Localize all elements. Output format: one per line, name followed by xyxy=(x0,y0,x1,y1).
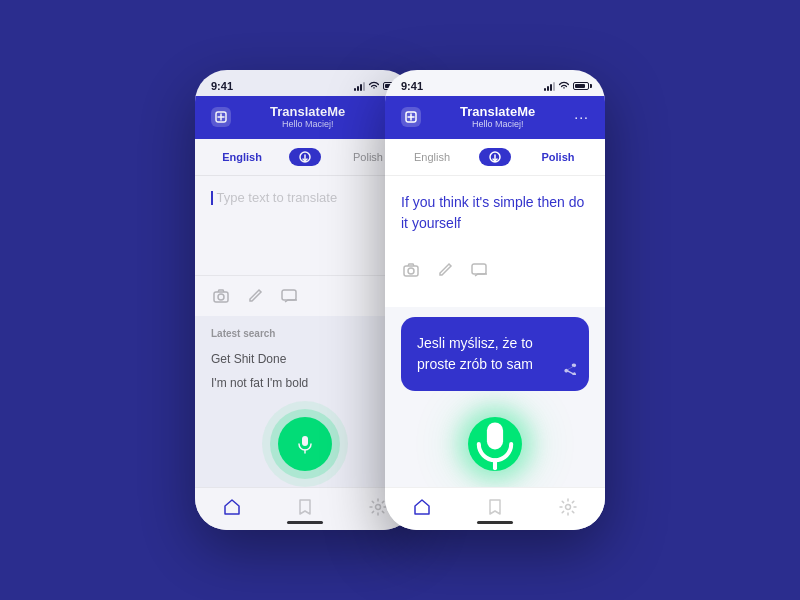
tab-bar-front: English Polish xyxy=(385,139,605,176)
app-header-front: TranslateMe Hello Maciej! ··· xyxy=(385,96,605,139)
tab-english-back[interactable]: English xyxy=(195,147,289,167)
svg-point-2 xyxy=(218,294,224,300)
placeholder-back: Type text to translate xyxy=(217,190,338,205)
svg-rect-10 xyxy=(472,264,486,274)
svg-point-6 xyxy=(376,505,381,510)
mic-container-front xyxy=(385,401,605,487)
tab-bar-back: English Polish xyxy=(195,139,415,176)
tab-english-front[interactable]: English xyxy=(385,147,479,167)
more-button-front[interactable]: ··· xyxy=(574,109,589,125)
svg-point-13 xyxy=(566,505,571,510)
tab-polish-front[interactable]: Polish xyxy=(511,147,605,167)
phone-front: 9:41 Transla xyxy=(385,70,605,530)
svg-rect-3 xyxy=(282,290,296,300)
app-header-center-back: TranslateMe Hello Maciej! xyxy=(270,104,345,129)
nav-home-back[interactable] xyxy=(195,498,268,516)
camera-icon-front[interactable] xyxy=(401,260,421,280)
app-logo-front xyxy=(401,107,421,127)
app-header-center-front: TranslateMe Hello Maciej! xyxy=(460,104,535,129)
input-area-back[interactable]: Type text to translate xyxy=(195,176,415,275)
text-input-back[interactable]: Type text to translate xyxy=(211,190,399,205)
time-back: 9:41 xyxy=(211,80,233,92)
app-title-back: TranslateMe xyxy=(270,104,345,119)
translation-area-front: If you think it's simple then do it your… xyxy=(385,176,605,307)
edit-icon-front[interactable] xyxy=(435,260,455,280)
cursor-line xyxy=(211,191,213,205)
action-icons-back xyxy=(195,275,415,316)
nav-indicator-front xyxy=(477,521,513,524)
app-subtitle-back: Hello Maciej! xyxy=(270,119,345,129)
mic-button-back[interactable] xyxy=(278,417,332,471)
source-text-front: If you think it's simple then do it your… xyxy=(401,192,589,234)
nav-bookmark-front[interactable] xyxy=(458,498,531,516)
signal-icon-front xyxy=(544,82,555,91)
mic-container-back xyxy=(195,401,415,487)
search-item-1[interactable]: Get Shit Done ☆ xyxy=(211,347,399,371)
bottom-nav-front xyxy=(385,487,605,530)
wifi-icon xyxy=(368,81,380,91)
search-item-2[interactable]: I'm not fat I'm bold ★ xyxy=(211,371,399,395)
tab-switch-back[interactable] xyxy=(289,148,321,166)
camera-icon-back[interactable] xyxy=(211,286,231,306)
result-text-front: Jesli myślisz, że to proste zrób to sam xyxy=(417,333,573,375)
time-front: 9:41 xyxy=(401,80,423,92)
status-icons-front xyxy=(544,81,589,91)
search-text-1: Get Shit Done xyxy=(211,352,286,366)
message-icon-front[interactable] xyxy=(469,260,489,280)
mic-button-front[interactable] xyxy=(468,417,522,471)
nav-home-front[interactable] xyxy=(385,498,458,516)
latest-label-back: Latest search xyxy=(211,328,399,339)
latest-search-back: Latest search Get Shit Done ☆ I'm not fa… xyxy=(195,316,415,401)
result-card-front: Jesli myślisz, że to proste zrób to sam xyxy=(401,317,589,391)
status-bar-front: 9:41 xyxy=(385,70,605,96)
svg-rect-11 xyxy=(487,422,503,449)
phone-back: 9:41 Transla xyxy=(195,70,415,530)
share-icon-front[interactable] xyxy=(563,360,577,381)
message-icon-back[interactable] xyxy=(279,286,299,306)
search-text-2: I'm not fat I'm bold xyxy=(211,376,308,390)
wifi-icon-front xyxy=(558,81,570,91)
phones-container: 9:41 Transla xyxy=(195,70,605,530)
app-logo-back xyxy=(211,107,231,127)
nav-bookmark-back[interactable] xyxy=(268,498,341,516)
action-icons-front xyxy=(401,250,589,290)
app-header-back: TranslateMe Hello Maciej! ··· xyxy=(195,96,415,139)
nav-indicator-back xyxy=(287,521,323,524)
app-subtitle-front: Hello Maciej! xyxy=(460,119,535,129)
bottom-nav-back xyxy=(195,487,415,530)
status-bar-back: 9:41 xyxy=(195,70,415,96)
tab-switch-front[interactable] xyxy=(479,148,511,166)
nav-settings-front[interactable] xyxy=(532,498,605,516)
svg-rect-4 xyxy=(302,436,308,446)
edit-icon-back[interactable] xyxy=(245,286,265,306)
svg-point-9 xyxy=(408,268,414,274)
battery-icon-front xyxy=(573,82,589,90)
app-title-front: TranslateMe xyxy=(460,104,535,119)
signal-icon xyxy=(354,82,365,91)
